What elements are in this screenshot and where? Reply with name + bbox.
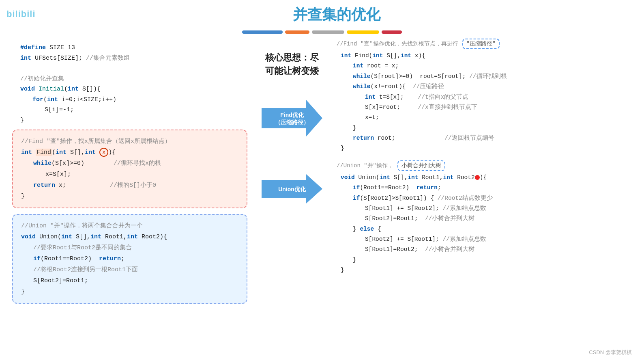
code-line: //初始化并查集 bbox=[20, 74, 239, 84]
right-union-header: //Union "并"操作， 小树合并到大树 bbox=[337, 160, 632, 171]
right-union-code: void Union(int S[],int Root1,int Root2){… bbox=[337, 173, 632, 276]
right-union-section: //Union "并"操作， 小树合并到大树 void Union(int S[… bbox=[337, 160, 632, 276]
color-bar-3 bbox=[312, 30, 344, 34]
right-find-header: //Find "查"操作优化，先找到根节点，再进行 "压缩路径" bbox=[337, 39, 632, 49]
svg-marker-1 bbox=[262, 174, 322, 203]
color-bar-5 bbox=[382, 30, 402, 34]
code-line: if(S[Root2]>S[Root1]) { //Root2结点数更少 bbox=[341, 193, 628, 203]
find-code-block: //Find "查"操作，找x所属集合（返回x所属根结点） int Find(i… bbox=[12, 130, 247, 208]
code-comment: //Union "并"操作，将两个集合合并为一个 bbox=[21, 220, 238, 231]
code-line: if(Root1==Root2) return; bbox=[21, 253, 238, 264]
union-code-block: //Union "并"操作，将两个集合合并为一个 void Union(int … bbox=[12, 214, 247, 304]
code-line: S[Root1] += S[Root2]; //累加结点总数 bbox=[341, 203, 628, 214]
code-line: x=S[x]; bbox=[21, 169, 238, 180]
code-comment: //Find "查"操作，找x所属集合（返回x所属根结点） bbox=[21, 136, 238, 147]
right-find-code: int Find(int S[],int x){ int root = x; w… bbox=[337, 51, 632, 154]
code-line: } bbox=[341, 143, 628, 153]
code-line: void Union(int S[],int Root1,int Root2){ bbox=[341, 173, 628, 183]
code-line: return x; //根的S[]小于0 bbox=[21, 180, 238, 191]
page-title: 并查集的优化 bbox=[36, 5, 638, 25]
middle-section: 核心思想：尽 可能让树变矮 Find优化 （压缩路径） Union优化 bbox=[255, 39, 328, 304]
code-line: #define SIZE 13 bbox=[20, 43, 239, 53]
code-line: //将根Root2连接到另一根Root1下面 bbox=[21, 264, 238, 275]
code-line: //要求Root1与Root2是不同的集合 bbox=[21, 242, 238, 253]
color-bar-4 bbox=[347, 30, 379, 34]
find-arrow-svg bbox=[262, 98, 322, 138]
code-line: S[Root1]=Root2; //小树合并到大树 bbox=[341, 244, 628, 255]
find-arrow-container: Find优化 （压缩路径） bbox=[262, 98, 322, 140]
merge-label: 小树合并到大树 bbox=[397, 160, 445, 171]
code-line: S[Root2] += S[Root1]; //累加结点总数 bbox=[341, 234, 628, 244]
header: bilibili 并查集的优化 bbox=[0, 0, 644, 28]
code-line: void Initial(int S[]){ bbox=[20, 84, 239, 95]
main-content: #define SIZE 13 int UFSets[SIZE]; //集合元素… bbox=[0, 39, 644, 304]
right-find-comment: //Find "查"操作优化，先找到根节点，再进行 bbox=[337, 40, 458, 48]
code-line: return root; //返回根节点编号 bbox=[341, 133, 628, 143]
right-find-section: //Find "查"操作优化，先找到根节点，再进行 "压缩路径" int Fin… bbox=[337, 39, 632, 154]
code-line: int UFSets[SIZE]; //集合元素数组 bbox=[20, 53, 239, 64]
code-line: if(Root1==Root2) return; bbox=[341, 183, 628, 193]
bilibili-logo: bilibili bbox=[6, 9, 36, 19]
code-line: while(S[root]>=0) root=S[root]; //循环找到根 bbox=[341, 71, 628, 82]
core-idea: 核心思想：尽 可能让树变矮 bbox=[265, 51, 319, 78]
watermark: CSDN @李贺棋棋 bbox=[589, 349, 632, 356]
code-line: while(S[x]>=0) //循环寻找x的根 bbox=[21, 158, 238, 169]
code-line: S[Root2]=Root1; bbox=[21, 275, 238, 286]
code-line: } bbox=[341, 265, 628, 275]
code-line: int t=S[x]; //t指向x的父节点 bbox=[341, 92, 628, 102]
svg-marker-0 bbox=[262, 100, 322, 136]
color-bar-1 bbox=[242, 30, 283, 34]
code-line: } bbox=[341, 255, 628, 265]
code-line: } bbox=[21, 286, 238, 297]
code-line: S[Root2]=Root1; //小树合并到大树 bbox=[341, 214, 628, 224]
compress-path-label: "压缩路径" bbox=[462, 39, 500, 49]
code-line: S[x]=root; //x直接挂到根节点下 bbox=[341, 102, 628, 112]
code-line: int Find(int S[],int x){ bbox=[21, 147, 238, 158]
color-bars bbox=[0, 30, 644, 34]
code-line: } bbox=[21, 191, 238, 202]
code-line: for(int i=0;i<SIZE;i++) bbox=[20, 95, 239, 105]
right-panel: //Find "查"操作优化，先找到根节点，再进行 "压缩路径" int Fin… bbox=[337, 39, 632, 304]
code-line: x=t; bbox=[341, 112, 628, 123]
union-arrow-container: Union优化 bbox=[262, 173, 322, 207]
code-line: int Find(int S[],int x){ bbox=[341, 51, 628, 61]
code-line: S[i]=-1; bbox=[20, 105, 239, 115]
code-line: void Union(int S[],int Root1,int Root2){ bbox=[21, 231, 238, 242]
code-line: } bbox=[20, 115, 239, 126]
code-line: while(x!=root){ //压缩路径 bbox=[341, 82, 628, 92]
code-line: int root = x; bbox=[341, 61, 628, 71]
right-union-comment: //Union "并"操作， bbox=[337, 162, 393, 169]
top-code-block: #define SIZE 13 int UFSets[SIZE]; //集合元素… bbox=[12, 39, 247, 130]
code-line: } bbox=[341, 123, 628, 133]
code-line bbox=[20, 63, 239, 74]
left-panel: #define SIZE 13 int UFSets[SIZE]; //集合元素… bbox=[12, 39, 247, 304]
union-arrow-svg bbox=[262, 173, 322, 205]
code-line: } else { bbox=[341, 224, 628, 234]
color-bar-2 bbox=[285, 30, 309, 34]
